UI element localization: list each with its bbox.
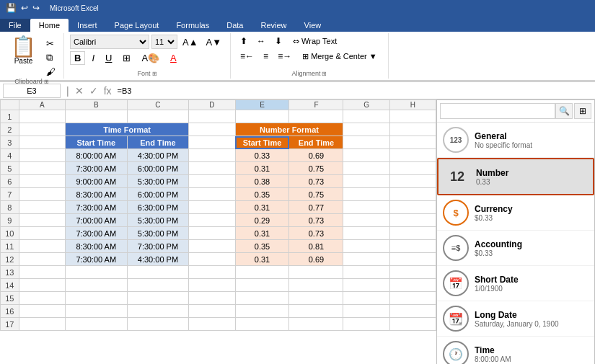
cell-g12[interactable]	[343, 253, 389, 266]
cell-f3[interactable]: End Time	[289, 136, 343, 149]
confirm-icon[interactable]: ✓	[89, 85, 98, 97]
col-header-d[interactable]: D	[189, 100, 235, 110]
row-header-6[interactable]: 6	[1, 175, 19, 188]
cell-c1[interactable]	[127, 110, 189, 123]
tab-review[interactable]: Review	[252, 19, 295, 32]
cell-c8[interactable]: 6:30:00 PM	[127, 201, 189, 214]
row-header-7[interactable]: 7	[1, 188, 19, 201]
cell-c5[interactable]: 6:00:00 PM	[127, 162, 189, 175]
copy-button[interactable]: ⧉	[44, 51, 58, 64]
row-header-13[interactable]: 13	[1, 266, 19, 279]
cell-c11[interactable]: 7:30:00 PM	[127, 240, 189, 253]
cell-h4[interactable]	[389, 149, 436, 162]
cell-d4[interactable]	[189, 149, 235, 162]
fill-color-button[interactable]: A🎨	[137, 51, 164, 65]
cell-f12[interactable]: 0.69	[289, 253, 343, 266]
tab-data[interactable]: Data	[218, 19, 252, 32]
row-header-12[interactable]: 12	[1, 253, 19, 266]
row-header-11[interactable]: 11	[1, 240, 19, 253]
tab-file[interactable]: File	[0, 19, 30, 32]
tab-insert[interactable]: Insert	[69, 19, 106, 32]
cell-h7[interactable]	[389, 188, 436, 201]
italic-button[interactable]: I	[87, 51, 99, 65]
cell-a5[interactable]	[19, 162, 65, 175]
increase-font-button[interactable]: A▲	[180, 35, 201, 49]
cell-b2-merged[interactable]: Time Format	[65, 123, 188, 136]
cell-h11[interactable]	[389, 240, 436, 253]
cell-a3[interactable]	[19, 136, 65, 149]
cell-a15[interactable]	[19, 292, 65, 305]
cell-f9[interactable]: 0.73	[289, 214, 343, 227]
cell-e10[interactable]: 0.31	[235, 227, 289, 240]
cell-f7[interactable]: 0.75	[289, 188, 343, 201]
row-header-5[interactable]: 5	[1, 162, 19, 175]
row-header-9[interactable]: 9	[1, 214, 19, 227]
cell-g7[interactable]	[343, 188, 389, 201]
format-search-button[interactable]: 🔍	[555, 103, 573, 119]
cell-a14[interactable]	[19, 279, 65, 292]
cell-b4[interactable]: 8:00:00 AM	[65, 149, 127, 162]
cell-a6[interactable]	[19, 175, 65, 188]
cell-c6[interactable]: 5:30:00 PM	[127, 175, 189, 188]
border-button[interactable]: ⊞	[118, 51, 135, 65]
cell-d5[interactable]	[189, 162, 235, 175]
cell-g2[interactable]	[343, 123, 389, 136]
cell-a17[interactable]	[19, 318, 65, 331]
row-header-17[interactable]: 17	[1, 318, 19, 331]
cell-b5[interactable]: 7:30:00 AM	[65, 162, 127, 175]
font-name-select[interactable]: Calibri	[70, 35, 149, 49]
decrease-font-button[interactable]: A▼	[203, 35, 225, 49]
cell-d12[interactable]	[189, 253, 235, 266]
cell-b7[interactable]: 8:30:00 AM	[65, 188, 127, 201]
cell-h1[interactable]	[389, 110, 436, 123]
cell-b9[interactable]: 7:00:00 AM	[65, 214, 127, 227]
col-header-b[interactable]: B	[65, 100, 127, 110]
align-top-button[interactable]: ⬆	[237, 35, 251, 48]
cell-a11[interactable]	[19, 240, 65, 253]
cell-d9[interactable]	[189, 214, 235, 227]
underline-button[interactable]: U	[101, 51, 116, 65]
cell-h3[interactable]	[389, 136, 436, 149]
font-size-select[interactable]: 11	[151, 35, 177, 49]
cell-a13[interactable]	[19, 266, 65, 279]
format-painter-button[interactable]: 🖌	[44, 66, 58, 78]
cell-g1[interactable]	[343, 110, 389, 123]
cell-d11[interactable]	[189, 240, 235, 253]
cell-e1[interactable]	[235, 110, 289, 123]
cell-f10[interactable]: 0.73	[289, 227, 343, 240]
cell-b8[interactable]: 7:30:00 AM	[65, 201, 127, 214]
cell-e3[interactable]: Start Time	[235, 136, 289, 149]
cell-e9[interactable]: 0.29	[235, 214, 289, 227]
cell-d2[interactable]	[189, 123, 235, 136]
row-header-14[interactable]: 14	[1, 279, 19, 292]
cell-c9[interactable]: 5:30:00 PM	[127, 214, 189, 227]
cell-g8[interactable]	[343, 201, 389, 214]
cell-d7[interactable]	[189, 188, 235, 201]
format-item-general[interactable]: 123 General No specific format	[437, 123, 594, 158]
cell-e6[interactable]: 0.38	[235, 175, 289, 188]
row-header-2[interactable]: 2	[1, 123, 19, 136]
tab-view[interactable]: View	[296, 19, 330, 32]
cell-d1[interactable]	[189, 110, 235, 123]
cell-f1[interactable]	[289, 110, 343, 123]
font-color-button[interactable]: A	[166, 51, 181, 65]
cell-a8[interactable]	[19, 201, 65, 214]
tab-home[interactable]: Home	[30, 19, 69, 32]
cell-d3[interactable]	[189, 136, 235, 149]
cell-e11[interactable]: 0.35	[235, 240, 289, 253]
format-item-long-date[interactable]: 📆 Long Date Saturday, January 0, 1900	[437, 301, 594, 337]
redo-icon[interactable]: ↪	[32, 3, 40, 13]
cancel-icon[interactable]: ✕	[75, 85, 84, 97]
cell-g9[interactable]	[343, 214, 389, 227]
cell-e7[interactable]: 0.35	[235, 188, 289, 201]
cell-d8[interactable]	[189, 201, 235, 214]
row-header-15[interactable]: 15	[1, 292, 19, 305]
cell-g10[interactable]	[343, 227, 389, 240]
format-search-input[interactable]	[440, 103, 555, 119]
cell-h6[interactable]	[389, 175, 436, 188]
wrap-text-button[interactable]: ⇔ Wrap Text	[288, 35, 342, 48]
cell-a4[interactable]	[19, 149, 65, 162]
cell-a10[interactable]	[19, 227, 65, 240]
bold-button[interactable]: B	[70, 51, 85, 65]
cell-g3[interactable]	[343, 136, 389, 149]
